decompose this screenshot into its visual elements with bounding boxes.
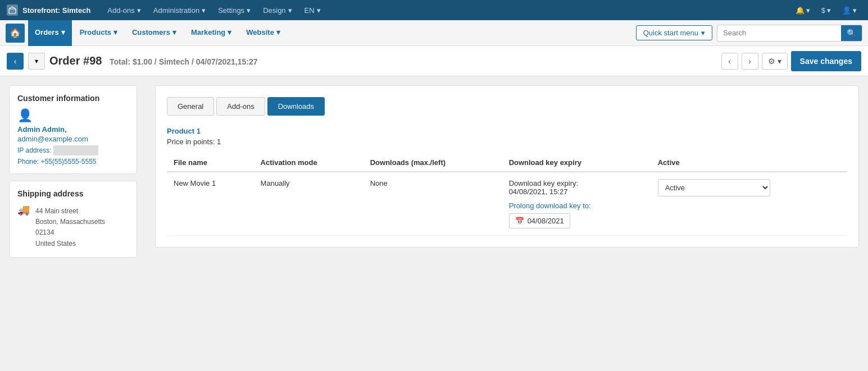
customer-info-card: Customer information 👤 Admin Admin, admi… [9, 85, 137, 174]
cell-filename: New Movie 1 [167, 172, 254, 236]
chevron-down-icon: ▾ [806, 6, 810, 15]
chevron-down-icon: ▾ [701, 29, 705, 37]
cell-activation: Manually [254, 172, 363, 236]
chevron-down-icon: ▾ [61, 28, 65, 36]
col-downloads: Downloads (max./left) [363, 154, 502, 172]
calendar-icon: 📅 [515, 217, 524, 225]
cell-active: Active Inactive [651, 172, 847, 236]
top-nav: Add-ons ▾ Administration ▾ Settings ▾ De… [102, 0, 790, 20]
shipping-address-heading: Shipping address [17, 189, 129, 198]
user-icon: 👤 [842, 6, 851, 15]
date-picker-button[interactable]: 📅 04/08/2021 [509, 213, 570, 228]
order-header: ‹ ▾ Order #98 Total: $1.00 / Simtech / 0… [0, 46, 868, 76]
chevron-down-icon: ▾ [317, 6, 321, 15]
chevron-down-icon: ▾ [172, 28, 176, 36]
top-bar: Storefront: Simtech Add-ons ▾ Administra… [0, 0, 868, 20]
gear-icon: ⚙ [768, 57, 775, 66]
storefront-icon [7, 4, 18, 16]
person-icon: 👤 [17, 108, 129, 123]
top-bar-right: 🔔 ▾ $ ▾ 👤 ▾ [791, 0, 861, 20]
marketing-nav[interactable]: Marketing ▾ [184, 20, 238, 46]
chevron-down-icon: ▾ [853, 6, 857, 15]
chevron-down-icon: ▾ [778, 57, 781, 66]
truck-icon: 🚚 [17, 204, 30, 216]
main-layout: Customer information 👤 Admin Admin, admi… [0, 76, 868, 371]
administration-nav[interactable]: Administration ▾ [148, 0, 211, 20]
bell-nav[interactable]: 🔔 ▾ [791, 0, 815, 20]
tab-general[interactable]: General [167, 97, 214, 116]
next-order-button[interactable]: › [742, 53, 758, 70]
col-filename: File name [167, 154, 254, 172]
svg-rect-0 [9, 9, 16, 13]
orders-nav[interactable]: Orders ▾ [28, 20, 72, 46]
home-button[interactable]: 🏠 [6, 24, 25, 43]
product-link[interactable]: Product 1 [167, 127, 201, 135]
customer-info-heading: Customer information [17, 94, 129, 103]
chevron-down-icon: ▾ [228, 28, 231, 36]
bell-icon: 🔔 [796, 6, 805, 15]
cell-downloads: None [363, 172, 502, 236]
settings-nav[interactable]: Settings ▾ [212, 0, 256, 20]
quick-start-button[interactable]: Quick start menu ▾ [636, 25, 712, 40]
chevron-down-icon: ▾ [827, 6, 831, 15]
chevron-down-icon: ▾ [113, 28, 117, 36]
price-points: Price in points: 1 [167, 138, 847, 146]
product-section: Product 1 Price in points: 1 File name A… [167, 127, 847, 236]
active-select[interactable]: Active Inactive [658, 179, 770, 196]
lang-nav[interactable]: EN ▾ [299, 0, 326, 20]
key-expiry-label: Download key expiry: [509, 179, 644, 187]
customer-phone: Phone: +55(55)5555-5555 [17, 158, 129, 166]
user-nav[interactable]: 👤 ▾ [838, 0, 861, 20]
order-header-right: ‹ › ⚙ ▾ Save changes [721, 51, 861, 71]
dollar-icon: $ [821, 6, 825, 15]
cell-expiry: Download key expiry: 04/08/2021, 15:27 P… [502, 172, 651, 236]
chevron-down-icon: ▾ [276, 28, 280, 36]
tabs: General Add-ons Downloads [167, 97, 847, 116]
shipping-address-row: 🚚 44 Main street Boston, Massachusetts 0… [17, 204, 129, 249]
search-button[interactable]: 🔍 [841, 25, 862, 41]
brand: Storefront: Simtech [7, 4, 90, 16]
second-bar-right: Quick start menu ▾ 🔍 [636, 25, 862, 42]
sidebar: Customer information 👤 Admin Admin, admi… [0, 76, 146, 371]
tab-addons[interactable]: Add-ons [216, 97, 265, 116]
search-box: 🔍 [717, 25, 862, 42]
gear-button[interactable]: ⚙ ▾ [762, 53, 788, 70]
back-button[interactable]: ‹ [7, 53, 24, 70]
chevron-down-icon: ▾ [202, 6, 206, 15]
website-nav[interactable]: Website ▾ [239, 20, 287, 46]
tab-downloads[interactable]: Downloads [267, 97, 325, 116]
addons-nav[interactable]: Add-ons ▾ [102, 0, 146, 20]
table-row: New Movie 1 Manually None Download key e… [167, 172, 847, 236]
ip-address-value [53, 145, 98, 155]
chevron-down-icon: ▾ [137, 6, 141, 15]
customer-name: Admin Admin, [17, 125, 129, 134]
prolong-label: Prolong download key to: [509, 201, 644, 210]
chevron-down-icon: ▾ [247, 6, 251, 15]
col-active: Active [651, 154, 847, 172]
prev-order-button[interactable]: ‹ [721, 53, 738, 70]
chevron-down-icon: ▾ [288, 6, 292, 15]
table-body: New Movie 1 Manually None Download key e… [167, 172, 847, 236]
table-header: File name Activation mode Downloads (max… [167, 154, 847, 172]
products-nav[interactable]: Products ▾ [73, 20, 124, 46]
dollar-nav[interactable]: $ ▾ [817, 0, 835, 20]
downloads-table: File name Activation mode Downloads (max… [167, 154, 847, 236]
content-area: General Add-ons Downloads Product 1 Pric… [146, 76, 868, 371]
order-subtitle: Total: $1.00 / Simtech / 04/07/2021,15:2… [110, 57, 258, 66]
key-expiry-date: 04/08/2021, 15:27 [509, 187, 644, 196]
save-changes-button[interactable]: Save changes [791, 51, 861, 71]
customer-ip: IP address: [17, 145, 129, 155]
shipping-address-card: Shipping address 🚚 44 Main street Boston… [9, 181, 137, 258]
shipping-address-text: 44 Main street Boston, Massachusetts 021… [35, 206, 105, 249]
customers-nav[interactable]: Customers ▾ [125, 20, 183, 46]
customer-email: admin@example.com [17, 135, 129, 143]
design-nav[interactable]: Design ▾ [257, 0, 297, 20]
content-card: General Add-ons Downloads Product 1 Pric… [155, 85, 859, 248]
order-title: Order #98 Total: $1.00 / Simtech / 04/07… [49, 54, 717, 67]
search-input[interactable] [717, 26, 841, 40]
col-expiry: Download key expiry [502, 154, 651, 172]
col-activation: Activation mode [254, 154, 363, 172]
order-dropdown-button[interactable]: ▾ [28, 53, 45, 70]
second-bar: 🏠 Orders ▾ Products ▾ Customers ▾ Market… [0, 20, 868, 46]
